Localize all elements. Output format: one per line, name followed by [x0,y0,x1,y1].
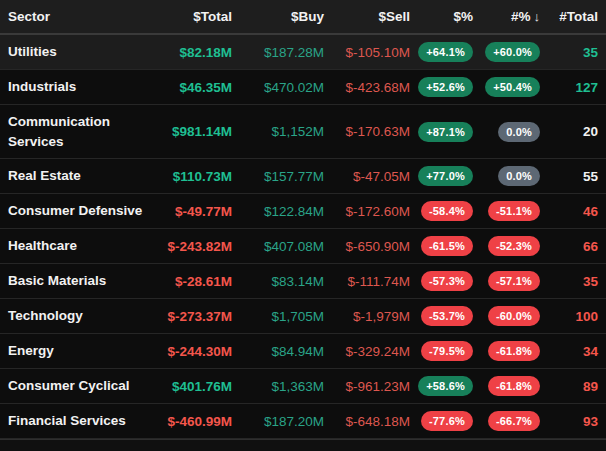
dollar-sell-value: $-423.68M [324,80,410,95]
number-percent-badge-cell: -52.3% [473,236,540,256]
table-row[interactable]: Basic Materials$-28.61M$83.14M$-111.74M-… [0,264,606,299]
dollar-percent-badge: -61.5% [421,236,473,256]
column-header-label: $Total [193,9,232,24]
column-header-dollar_buy[interactable]: $Buy [232,9,324,24]
column-header-dollar_sell[interactable]: $Sell [324,9,410,24]
dollar-percent-badge-cell: -53.7% [410,306,473,326]
number-percent-badge: 0.0% [498,122,540,142]
dollar-buy-value: $187.20M [232,414,324,429]
dollar-total-value: $82.18M [150,45,232,60]
dollar-percent-badge-cell: -61.5% [410,236,473,256]
number-percent-badge: -57.1% [488,271,540,291]
table-row[interactable]: Consumer Cyclical$401.76M$1,363M$-961.23… [0,369,606,404]
dollar-buy-value: $157.77M [232,169,324,184]
number-percent-badge: +60.0% [485,42,540,62]
sector-name: Healthcare [0,229,150,263]
number-total-value: 34 [540,344,598,359]
dollar-sell-value: $-648.18M [324,414,410,429]
column-header-sector[interactable]: Sector [0,9,150,24]
table-row[interactable]: Technology$-273.37M$1,705M$-1,979M-53.7%… [0,299,606,334]
dollar-percent-badge-cell: -77.6% [410,411,473,431]
sector-name: Industrials [0,70,150,104]
number-percent-badge-cell: -60.0% [473,306,540,326]
dollar-buy-value: $407.08M [232,239,324,254]
dollar-buy-value: $187.28M [232,45,324,60]
dollar-percent-badge-cell: -57.3% [410,271,473,291]
dollar-percent-badge: -58.4% [421,201,473,221]
dollar-total-value: $-244.30M [150,344,232,359]
table-row[interactable]: Communication Services$981.14M$1,152M$-1… [0,105,606,159]
dollar-sell-value: $-105.10M [324,45,410,60]
table-row[interactable]: Financial Services$-460.99M$187.20M$-648… [0,404,606,439]
dollar-percent-badge: -79.5% [421,341,473,361]
table-row[interactable]: Consumer Defensive$-49.77M$122.84M$-172.… [0,194,606,229]
sector-name: Utilities [0,35,150,69]
dollar-sell-value: $-170.63M [324,124,410,139]
column-header-dollar_total[interactable]: $Total [150,9,232,24]
dollar-total-value: $981.14M [150,124,232,139]
number-percent-badge-cell: -61.8% [473,376,540,396]
sector-flow-table: Sector$Total$Buy$Sell$%#%↓#Total Utiliti… [0,0,606,451]
number-percent-badge-cell: +60.0% [473,42,540,62]
sector-name: Basic Materials [0,264,150,298]
number-total-value: 89 [540,379,598,394]
dollar-buy-value: $83.14M [232,274,324,289]
table-row[interactable]: Healthcare$-243.82M$407.08M$-650.90M-61.… [0,229,606,264]
dollar-sell-value: $-172.60M [324,204,410,219]
dollar-buy-value: $470.02M [232,80,324,95]
number-total-value: 93 [540,414,598,429]
number-total-value: 20 [540,124,598,139]
dollar-total-value: $-243.82M [150,239,232,254]
dollar-percent-badge-cell: +87.1% [410,122,473,142]
number-total-value: 35 [540,274,598,289]
number-percent-badge: -61.8% [488,376,540,396]
dollar-percent-badge-cell: +77.0% [410,166,473,186]
dollar-percent-badge-cell: -79.5% [410,341,473,361]
number-total-value: 55 [540,169,598,184]
number-percent-badge: -51.1% [488,201,540,221]
sector-name: Real Estate [0,159,150,193]
column-header-label: #Total [559,9,598,24]
column-header-num_pct[interactable]: #%↓ [473,9,540,24]
number-percent-badge-cell: -51.1% [473,201,540,221]
sector-name: Consumer Defensive [0,194,150,228]
dollar-buy-value: $84.94M [232,344,324,359]
number-percent-badge: -52.3% [488,236,540,256]
table-row[interactable]: Utilities$82.18M$187.28M$-105.10M+64.1%+… [0,35,606,70]
dollar-percent-badge-cell: +58.6% [410,376,473,396]
table-row[interactable]: Industrials$46.35M$470.02M$-423.68M+52.6… [0,70,606,105]
dollar-percent-badge-cell: +52.6% [410,77,473,97]
dollar-buy-value: $122.84M [232,204,324,219]
table-row[interactable]: Real Estate$110.73M$157.77M$-47.05M+77.0… [0,159,606,194]
dollar-sell-value: $-47.05M [324,169,410,184]
dollar-percent-badge: -53.7% [421,306,473,326]
dollar-total-value: $-460.99M [150,414,232,429]
dollar-total-value: $-28.61M [150,274,232,289]
number-percent-badge: +50.4% [485,77,540,97]
dollar-buy-value: $1,363M [232,379,324,394]
number-percent-badge: 0.0% [498,166,540,186]
table-header-row: Sector$Total$Buy$Sell$%#%↓#Total [0,0,606,35]
column-header-label: $Buy [291,9,324,24]
number-percent-badge-cell: -57.1% [473,271,540,291]
number-percent-badge: -66.7% [488,411,540,431]
table-row[interactable]: Energy$-244.30M$84.94M$-329.24M-79.5%-61… [0,334,606,369]
column-header-dollar_pct[interactable]: $% [410,9,473,24]
dollar-percent-badge-cell: -58.4% [410,201,473,221]
number-percent-badge: -60.0% [488,306,540,326]
column-header-num_total[interactable]: #Total [540,9,598,24]
number-percent-badge-cell: +50.4% [473,77,540,97]
number-total-value: 100 [540,309,598,324]
number-percent-badge: -61.8% [488,341,540,361]
dollar-percent-badge: -57.3% [421,271,473,291]
column-header-label: $% [453,9,473,24]
dollar-total-value: $-273.37M [150,309,232,324]
number-percent-badge-cell: -61.8% [473,341,540,361]
dollar-percent-badge-cell: +64.1% [410,42,473,62]
dollar-percent-badge: +58.6% [418,376,473,396]
column-header-label: $Sell [378,9,410,24]
dollar-total-value: $-49.77M [150,204,232,219]
column-header-label: #% [511,9,531,24]
sector-name: Technology [0,299,150,333]
dollar-buy-value: $1,705M [232,309,324,324]
